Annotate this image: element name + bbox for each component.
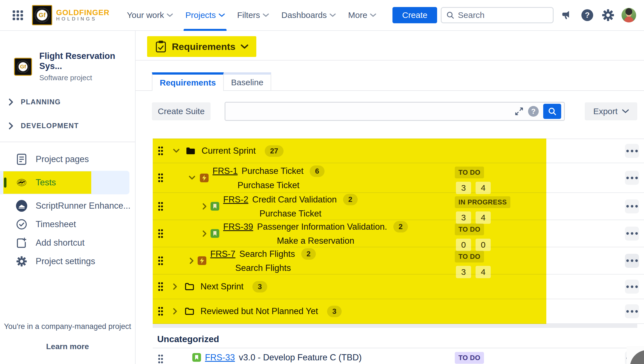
count-chip: 3 [456, 182, 471, 194]
requirements-app-switcher[interactable]: Requirements [147, 36, 256, 57]
settings-gear-icon[interactable] [600, 7, 616, 23]
sidebar-item-project-settings[interactable]: Project settings [0, 252, 135, 271]
table-row-current-sprint[interactable]: Current Sprint 27 [153, 139, 644, 163]
create-suite-button[interactable]: Create Suite [152, 102, 211, 120]
sidebar-footer: You're in a company-managed project Lear… [0, 322, 135, 351]
learn-more-link[interactable]: Learn more [0, 342, 135, 351]
issue-key-link[interactable]: FRS-1 [213, 166, 238, 176]
issue-title: v3.0 - Develop Feature C (TBD) [239, 353, 362, 363]
count-badge: 3 [252, 281, 267, 292]
chevron-right-icon[interactable] [189, 257, 194, 264]
issue-key-link[interactable]: FRS-39 [223, 222, 253, 232]
status-badge: IN PROGRESS [455, 196, 510, 208]
active-item-bar [4, 178, 6, 188]
project-name: Flight Reservation Sys... [39, 51, 135, 71]
drag-handle-icon[interactable] [158, 282, 163, 291]
issue-key-link[interactable]: FRS-33 [205, 353, 235, 363]
drag-handle-icon[interactable] [158, 173, 163, 183]
issue-key-link[interactable]: FRS-7 [210, 249, 236, 259]
row-actions-button[interactable] [625, 280, 639, 294]
tab-requirements[interactable]: Requirements [152, 72, 224, 91]
table-row-reviewed[interactable]: Reviewed but Not Planned Yet 3 [153, 299, 644, 324]
section-divider [153, 324, 637, 328]
count-badge: 3 [327, 306, 342, 317]
add-shortcut-icon [16, 237, 27, 248]
syntax-help-icon[interactable]: ? [528, 106, 539, 117]
expand-icon[interactable] [515, 107, 524, 116]
chevron-down-icon[interactable] [173, 149, 180, 153]
table-row-frs-1[interactable]: FRS-1 Purchase Ticket 6 Purchase Ticket … [153, 163, 644, 193]
help-icon[interactable]: ? [579, 7, 595, 23]
sidebar-item-add-shortcut[interactable]: Add shortcut [0, 234, 135, 252]
tab-baseline[interactable]: Baseline [224, 72, 271, 91]
nav-filters[interactable]: Filters [231, 0, 275, 30]
export-button[interactable]: Export [585, 102, 637, 120]
global-search-input[interactable] [458, 10, 536, 20]
row-actions-button[interactable] [625, 199, 639, 213]
nav-projects[interactable]: Projects [179, 0, 231, 30]
issue-title: Purchase Ticket [242, 166, 304, 176]
count-badge: 27 [265, 145, 284, 157]
drag-handle-icon[interactable] [158, 307, 163, 316]
table-row-frs-39[interactable]: FRS-39 Passenger Information Validation.… [153, 220, 644, 247]
status-badge: TO DO [455, 352, 484, 364]
chevron-right-icon[interactable] [173, 308, 177, 315]
drag-handle-icon[interactable] [158, 146, 163, 156]
nav-your-work[interactable]: Your work [121, 0, 179, 30]
table-row-frs-2[interactable]: FRS-2 Credit Card Validation 2 Purchase … [153, 193, 644, 220]
status-cell: IN PROGRESS 3 4 [455, 196, 510, 224]
table-row-frs-7[interactable]: FRS-7 Search Flights 2 Search Flights TO… [153, 247, 644, 275]
chevron-right-icon [8, 98, 13, 106]
project-sidebar: Gf Flight Reservation Sys... Software pr… [0, 31, 136, 364]
sidebar-section-planning[interactable]: PLANNING [0, 98, 135, 106]
sidebar-section-development[interactable]: DEVELOPMENT [0, 122, 135, 130]
table-row-frs-33[interactable]: FRS-33 v3.0 - Develop Feature C (TBD) TO… [153, 349, 644, 364]
chevron-right-icon[interactable] [173, 283, 177, 290]
tests-bolt-icon [16, 177, 27, 188]
user-avatar[interactable] [622, 8, 636, 22]
filter-search-input[interactable] [230, 107, 515, 116]
create-button[interactable]: Create [392, 7, 437, 23]
chevron-right-icon[interactable] [202, 203, 207, 210]
sidebar-item-scriptrunner[interactable]: ScriptRunner Enhance... [0, 197, 135, 215]
notifications-icon[interactable] [559, 7, 574, 23]
status-badge: TO DO [455, 224, 484, 235]
svg-text:?: ? [585, 11, 590, 19]
filter-search-field[interactable]: ? [225, 102, 565, 121]
chevron-right-icon[interactable] [202, 230, 207, 237]
chevron-down-icon [330, 13, 336, 17]
requirement-type-icon [198, 256, 206, 265]
folder-open-icon [186, 147, 195, 155]
folder-icon [185, 307, 194, 315]
issue-parent: Search Flights [210, 263, 316, 273]
row-actions-button[interactable] [625, 227, 639, 241]
status-badge: TO DO [455, 167, 484, 178]
app-switcher-icon[interactable] [11, 8, 25, 22]
main-content: Requirements Requirements Baseline Creat… [136, 31, 644, 364]
status-cell: TO DO 3 4 [455, 167, 491, 194]
row-actions-button[interactable] [625, 144, 639, 158]
row-actions-button[interactable] [625, 304, 639, 318]
requirements-tree: Current Sprint 27 FRS-1 Purcha [136, 139, 644, 364]
search-submit-button[interactable] [543, 104, 561, 119]
drag-handle-icon[interactable] [158, 202, 163, 211]
row-actions-button[interactable] [625, 171, 639, 185]
drag-handle-icon[interactable] [158, 256, 163, 266]
sidebar-item-project-pages[interactable]: Project pages [0, 150, 135, 169]
company-logo[interactable]: Gf GOLDFINGER HOLDINGS [32, 5, 109, 25]
drag-handle-icon[interactable] [158, 229, 163, 238]
folder-title: Next Sprint [200, 282, 243, 292]
nav-more[interactable]: More [342, 0, 382, 30]
row-actions-button[interactable] [625, 254, 639, 268]
issue-parent: Purchase Ticket [223, 209, 358, 219]
nav-dashboards[interactable]: Dashboards [275, 0, 342, 30]
drag-handle-icon[interactable] [158, 354, 163, 364]
table-row-next-sprint[interactable]: Next Sprint 3 [153, 275, 644, 299]
issue-key-link[interactable]: FRS-2 [223, 195, 248, 205]
sidebar-item-timesheet[interactable]: Timesheet [0, 215, 135, 234]
row-divider [153, 348, 636, 348]
global-search[interactable] [441, 7, 554, 23]
corner-artifact [627, 346, 644, 364]
chevron-down-icon[interactable] [189, 176, 195, 180]
sidebar-item-tests[interactable]: Tests [0, 171, 129, 194]
